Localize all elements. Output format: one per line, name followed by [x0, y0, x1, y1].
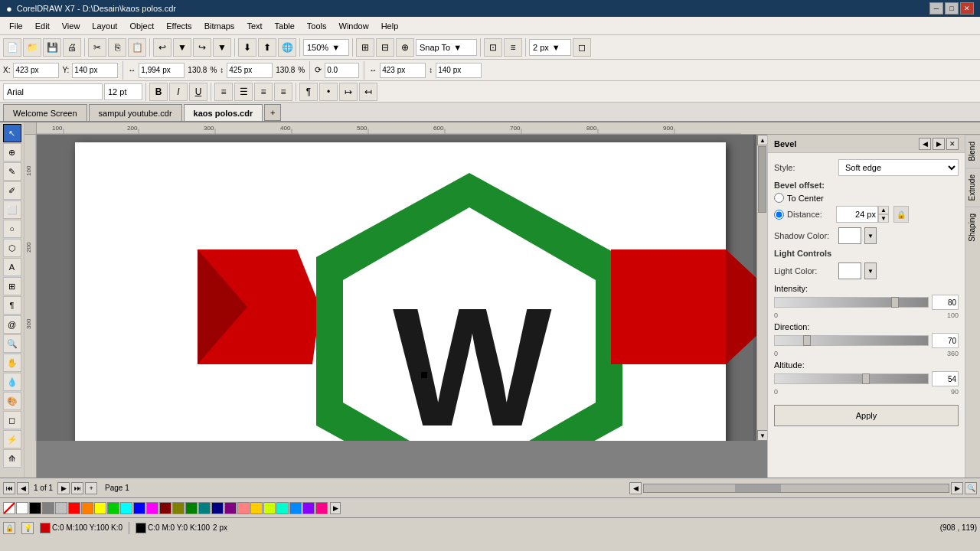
- scroll-down-button[interactable]: ▼: [757, 430, 767, 441]
- palette-color-yellow[interactable]: [94, 502, 106, 514]
- tool-rect[interactable]: ⬜: [3, 201, 21, 219]
- tool-smartdraw[interactable]: ✐: [3, 181, 21, 200]
- scroll-up-button[interactable]: ▲: [757, 135, 767, 145]
- intensity-value[interactable]: [932, 295, 959, 310]
- to-center-radio[interactable]: [774, 193, 784, 203]
- palette-color-olive[interactable]: [172, 502, 185, 514]
- paste-button[interactable]: 📋: [128, 38, 146, 57]
- apply-button[interactable]: Apply: [774, 405, 959, 426]
- tool-para[interactable]: ¶: [3, 296, 21, 315]
- light-color-box[interactable]: [838, 262, 861, 279]
- distance-lock-button[interactable]: 🔒: [893, 206, 909, 223]
- status-icon1[interactable]: 🔒: [3, 522, 15, 534]
- tool-table[interactable]: ⊞: [3, 277, 21, 295]
- page-last-button[interactable]: ⏭: [71, 482, 83, 494]
- snap-to-dropdown[interactable]: Snap To ▼: [416, 39, 477, 56]
- panel-scroll-right[interactable]: ▶: [933, 138, 945, 150]
- status-icon2[interactable]: 💡: [21, 522, 34, 534]
- page-prev-button[interactable]: ◀: [17, 482, 29, 494]
- palette-color-gray[interactable]: [42, 502, 54, 514]
- shadow-color-box[interactable]: [838, 227, 861, 244]
- side-tab-shaping[interactable]: Shaping: [965, 207, 980, 248]
- coord-w-input[interactable]: [139, 63, 185, 78]
- distance-spin-down[interactable]: ▼: [878, 214, 889, 223]
- coord-w2-input[interactable]: [380, 63, 426, 78]
- snap-toggle[interactable]: ⊞: [356, 38, 374, 57]
- palette-color-pink[interactable]: [237, 502, 250, 514]
- redo-dropdown[interactable]: ▼: [213, 38, 231, 57]
- palette-color-orange[interactable]: [81, 502, 93, 514]
- palette-color-black[interactable]: [29, 502, 41, 514]
- menu-file[interactable]: File: [3, 20, 29, 32]
- palette-color-blue[interactable]: [133, 502, 145, 514]
- italic-button[interactable]: I: [169, 83, 188, 101]
- view-btn1[interactable]: ⊡: [484, 38, 502, 57]
- view-btn2[interactable]: ≡: [504, 38, 522, 57]
- align-justify-button[interactable]: ≡: [274, 83, 292, 101]
- side-tab-blend[interactable]: Blend: [965, 135, 980, 168]
- tool-spiral[interactable]: @: [3, 315, 21, 334]
- bold-button[interactable]: B: [149, 83, 168, 101]
- pagenav-zoom-out[interactable]: 🔍: [965, 482, 977, 494]
- menu-table[interactable]: Table: [269, 20, 301, 32]
- intensity-slider[interactable]: [774, 297, 929, 308]
- tool-pan[interactable]: ✋: [3, 354, 21, 372]
- text-bullet-button[interactable]: •: [319, 83, 338, 101]
- palette-color-hotpink[interactable]: [315, 502, 328, 514]
- font-input[interactable]: [3, 83, 103, 100]
- palette-color-gold[interactable]: [250, 502, 263, 514]
- menu-layout[interactable]: Layout: [86, 20, 123, 32]
- tool-select2[interactable]: ⊕: [3, 143, 21, 161]
- undo-button[interactable]: ↩: [153, 38, 172, 57]
- page-next-button[interactable]: ▶: [57, 482, 70, 494]
- direction-slider[interactable]: [774, 335, 929, 346]
- outline-btn[interactable]: ◻: [573, 38, 591, 57]
- altitude-slider[interactable]: [774, 373, 929, 384]
- menu-tools[interactable]: Tools: [301, 20, 333, 32]
- coord-angle-input[interactable]: [325, 63, 359, 78]
- snap-btn2[interactable]: ⊟: [376, 38, 394, 57]
- canvas[interactable]: W: [37, 135, 767, 441]
- tool-zoom[interactable]: 🔍: [3, 334, 21, 353]
- tool-freehand[interactable]: ✎: [3, 162, 21, 181]
- titlebar-controls[interactable]: ─ □ ✕: [929, 2, 974, 15]
- import-button[interactable]: ⬇: [238, 38, 256, 57]
- pagenav-scrollbar[interactable]: [643, 484, 949, 493]
- menu-text[interactable]: Text: [240, 20, 268, 32]
- palette-color-purple[interactable]: [224, 502, 237, 514]
- panel-scroll-left[interactable]: ◀: [919, 138, 931, 150]
- zoom-dropdown[interactable]: 150% ▼: [303, 39, 349, 56]
- align-left-button[interactable]: ≡: [214, 83, 233, 101]
- tool-ellipse[interactable]: ○: [3, 220, 21, 238]
- text-indent-button[interactable]: ↦: [339, 83, 358, 101]
- scroll-thumb[interactable]: [758, 146, 766, 213]
- light-color-dropdown[interactable]: ▼: [864, 262, 877, 279]
- palette-color-red[interactable]: [68, 502, 80, 514]
- tab-sampul[interactable]: sampul youtube.cdr: [89, 104, 182, 121]
- pagenav-scroll-left[interactable]: ◀: [629, 482, 642, 494]
- menu-help[interactable]: Help: [375, 20, 405, 32]
- tool-fill[interactable]: 🎨: [3, 392, 21, 410]
- palette-no-fill[interactable]: [3, 502, 15, 514]
- distance-radio[interactable]: [774, 210, 784, 220]
- page-insert-button[interactable]: +: [85, 482, 97, 494]
- shadow-color-dropdown[interactable]: ▼: [864, 227, 877, 244]
- minimize-button[interactable]: ─: [929, 2, 943, 15]
- style-select[interactable]: Soft edge Hard edge Emboss: [838, 159, 959, 176]
- save-button[interactable]: 💾: [43, 38, 61, 57]
- tool-outline[interactable]: ◻: [3, 411, 21, 429]
- line-width-dropdown[interactable]: 2 px ▼: [529, 39, 571, 56]
- palette-color-magenta[interactable]: [146, 502, 158, 514]
- menu-effects[interactable]: Effects: [160, 20, 198, 32]
- menu-view[interactable]: View: [56, 20, 87, 32]
- close-button[interactable]: ✕: [960, 2, 974, 15]
- menu-window[interactable]: Window: [333, 20, 375, 32]
- publish-button[interactable]: 🌐: [278, 38, 296, 57]
- tool-polygon[interactable]: ⬡: [3, 239, 21, 257]
- distance-spin-up[interactable]: ▲: [878, 206, 889, 214]
- cut-button[interactable]: ✂: [88, 38, 106, 57]
- snap-btn3[interactable]: ⊕: [396, 38, 414, 57]
- open-button[interactable]: 📁: [23, 38, 41, 57]
- palette-color-teal[interactable]: [198, 502, 211, 514]
- coord-x-input[interactable]: [13, 63, 59, 78]
